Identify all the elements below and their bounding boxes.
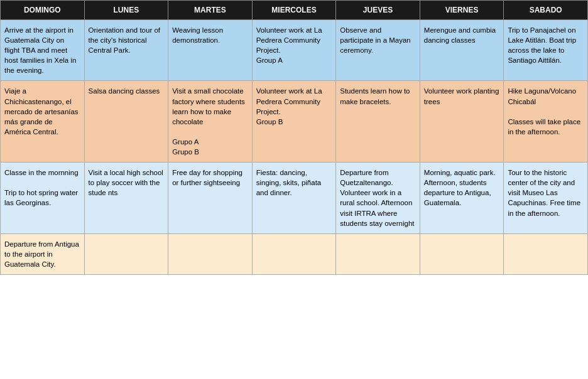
cell-r3-c3 — [252, 233, 336, 274]
header-row: DOMINGOLUNESMARTESMIERCOLESJUEVESVIERNES… — [1, 1, 588, 20]
column-header-sabado: SABADO — [504, 1, 588, 20]
cell-r2-c4: Departure from Quetzaltenango. Volunteer… — [336, 163, 420, 234]
cell-r3-c1 — [84, 233, 168, 274]
cell-r0-c0: Arrive at the airport in Guatemala City … — [1, 20, 85, 81]
cell-r3-c2 — [168, 233, 253, 274]
cell-r0-c6: Trip to Panajachel on Lake Atitlán. Boat… — [504, 20, 588, 81]
cell-r2-c1: Visit a local high school to play soccer… — [84, 163, 168, 234]
cell-r0-c4: Observe and participate in a Mayan cerem… — [336, 20, 420, 81]
cell-r2-c5: Morning, aquatic park. Afternoon, studen… — [420, 163, 504, 234]
cell-r1-c6: Hike Laguna/Volcano ChicabálClasses will… — [504, 81, 588, 163]
table-row: Viaje a Chichicastenango, el mercado de … — [1, 81, 588, 163]
cell-r2-c6: Tour to the historic center of the city … — [504, 163, 588, 234]
cell-r0-c1: Orientation and tour of the city's histo… — [84, 20, 168, 81]
cell-r1-c1: Salsa dancing classes — [84, 81, 168, 163]
cell-r2-c2: Free day for shopping or further sightse… — [168, 163, 253, 234]
column-header-jueves: JUEVES — [336, 1, 420, 20]
cell-r1-c3: Volunteer work at La Pedrera Community P… — [252, 81, 336, 163]
cell-r1-c5: Volunteer work planting trees — [420, 81, 504, 163]
cell-r3-c0: Departure from Antigua to the airport in… — [1, 233, 85, 274]
cell-r0-c2: Weaving lesson demonstration. — [168, 20, 253, 81]
cell-r3-c4 — [336, 233, 420, 274]
column-header-miercoles: MIERCOLES — [252, 1, 336, 20]
column-header-lunes: LUNES — [84, 1, 168, 20]
cell-r0-c3: Volunteer work at La Pedrera Community P… — [252, 20, 336, 81]
table-row: Departure from Antigua to the airport in… — [1, 233, 588, 274]
table-row: Classe in the mornningTrip to hot spring… — [1, 163, 588, 234]
cell-r0-c5: Merengue and cumbia dancing classes — [420, 20, 504, 81]
cell-r2-c3: Fiesta: dancing, singing, skits, piñata … — [252, 163, 336, 234]
column-header-martes: MARTES — [168, 1, 253, 20]
cell-r1-c2: Visit a small chocolate factory where st… — [168, 81, 253, 163]
column-header-domingo: DOMINGO — [1, 1, 85, 20]
cell-r3-c6 — [504, 233, 588, 274]
cell-r3-c5 — [420, 233, 504, 274]
cell-r1-c4: Students learn how to make bracelets. — [336, 81, 420, 163]
column-header-viernes: VIERNES — [420, 1, 504, 20]
table-row: Arrive at the airport in Guatemala City … — [1, 20, 588, 81]
cell-r2-c0: Classe in the mornningTrip to hot spring… — [1, 163, 85, 234]
cell-r1-c0: Viaje a Chichicastenango, el mercado de … — [1, 81, 85, 163]
schedule-table: DOMINGOLUNESMARTESMIERCOLESJUEVESVIERNES… — [0, 0, 588, 275]
